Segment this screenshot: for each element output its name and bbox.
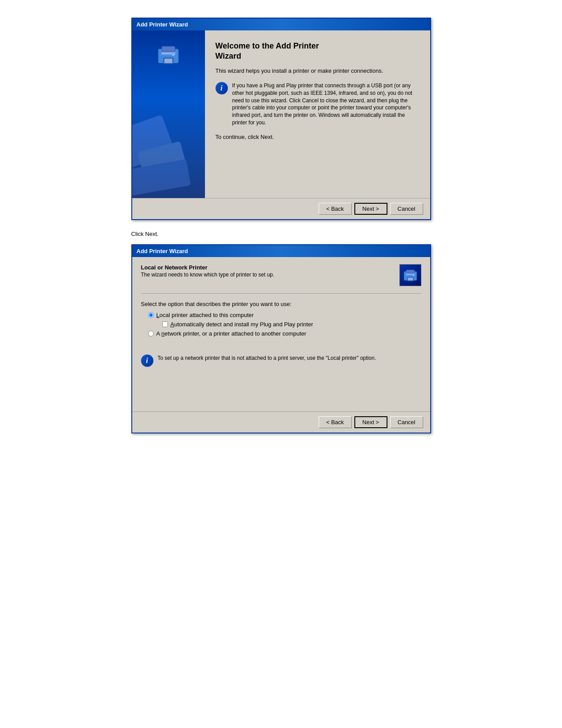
wizard1-back-button[interactable]: < Back (319, 203, 352, 215)
wizard2-next-button[interactable]: Next > (354, 416, 387, 428)
wizard2-cancel-button[interactable]: Cancel (390, 416, 423, 428)
wizard2-autodetect-checkbox[interactable] (162, 321, 168, 327)
wizard2-checkbox-label: Automatically detect and install my Plug… (171, 321, 313, 328)
wizard2-buttonbar: < Back Next > Cancel (132, 411, 430, 433)
wizard2-radio1-label: Local printer attached to this computer (156, 312, 254, 318)
wizard1-infobox: i If you have a Plug and Play printer th… (216, 82, 420, 127)
wizard2-step-header: Local or Network Printer The wizard need… (141, 264, 421, 286)
svg-rect-13 (406, 270, 414, 273)
wizard2-titlebar: Add Printer Wizard (132, 245, 430, 257)
wizard2-radio1[interactable] (148, 312, 154, 318)
wizard2-window: Add Printer Wizard Local or Network Prin… (131, 244, 431, 433)
wizard2-checkbox-item: Automatically detect and install my Plug… (162, 321, 421, 328)
wizard2-infonote: i To set up a network printer that is no… (141, 355, 421, 367)
wizard1-cancel-button[interactable]: Cancel (390, 203, 423, 215)
sidebar-printer-icon (153, 39, 184, 70)
wizard2-radio-group: Local printer attached to this computer … (148, 312, 421, 337)
info-icon: i (216, 82, 228, 94)
sidebar-decoration (132, 75, 205, 198)
wizard1-sidebar (132, 30, 205, 198)
wizard1-buttonbar: < Back Next > Cancel (132, 198, 430, 219)
wizard2-radio2-label: A network printer, or a printer attached… (156, 330, 306, 337)
wizard1-info-text: If you have a Plug and Play printer that… (232, 82, 420, 127)
svg-point-16 (413, 274, 414, 276)
svg-rect-3 (162, 46, 175, 52)
svg-rect-15 (408, 278, 413, 280)
between-text-container: Click Next. (131, 231, 431, 237)
svg-point-6 (172, 53, 175, 56)
header-printer-icon (401, 265, 420, 285)
radio1-underline: L (156, 312, 160, 318)
wizard2-back-button[interactable]: < Back (319, 416, 352, 428)
wizard1-next-button[interactable]: Next > (354, 203, 387, 215)
wizard2-select-label: Select the option that describes the pri… (141, 301, 421, 307)
wizard2-radio2-item: A network printer, or a printer attached… (148, 330, 421, 337)
wizard1-titlebar: Add Printer Wizard (132, 19, 430, 30)
step-divider (141, 293, 421, 294)
wizard1-window: Add Printer Wizard (131, 18, 431, 220)
wizard1-title: Add Printer Wizard (137, 21, 188, 28)
wizard1-footer-text: To continue, click Next. (216, 134, 420, 140)
wizard1-welcome-title: Welcome to the Add PrinterWizard (216, 41, 420, 62)
wizard2-title: Add Printer Wizard (137, 248, 188, 254)
wizard2-step-desc: The wizard needs to know which type of p… (141, 272, 275, 278)
wizard2-info-icon: i (141, 355, 153, 367)
wizard1-content: Welcome to the Add PrinterWizard This wi… (205, 30, 430, 198)
wizard1-body: Welcome to the Add PrinterWizard This wi… (132, 30, 430, 198)
svg-rect-5 (164, 59, 172, 63)
checkbox-underline: A (171, 321, 175, 328)
wizard1-description: This wizard helps you install a printer … (216, 67, 420, 75)
wizard2-header-text: Local or Network Printer The wizard need… (141, 264, 275, 278)
wizard2-info-text: To set up a network printer that is not … (158, 355, 376, 362)
wizard2-radio1-item: Local printer attached to this computer (148, 312, 421, 318)
wizard2-header-icon (399, 264, 421, 286)
wizard2-radio2[interactable] (148, 331, 154, 336)
wizard2-step-title: Local or Network Printer (141, 264, 275, 271)
between-text: Click Next. (131, 231, 159, 237)
wizard2-body: Local or Network Printer The wizard need… (132, 257, 430, 411)
